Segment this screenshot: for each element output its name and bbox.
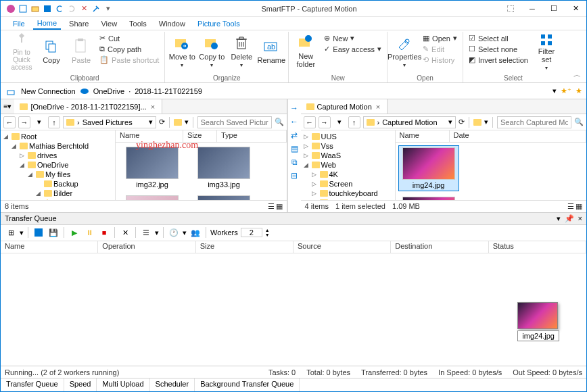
cut-button[interactable]: ✂Cut [97, 33, 162, 43]
btab-speed[interactable]: Speed [64, 378, 97, 391]
copy-path-button[interactable]: ⧉Copy path [97, 44, 162, 54]
col-type[interactable]: Type [217, 130, 287, 142]
filter-set-button[interactable]: Filter set ▾ [532, 32, 561, 71]
left-thumbs[interactable]: img32.jpgimg33.jpgimg34.jpgimg35.jpgimg2… [116, 143, 287, 200]
address-path[interactable]: 2018-11-21T022159 [135, 87, 202, 95]
tree-toggle-icon[interactable]: ▷ [304, 152, 310, 159]
new-connection-label[interactable]: New Connection [21, 87, 76, 95]
nav-history-icon[interactable]: ▾ [333, 116, 346, 128]
panel-pin-icon[interactable]: 📌 [565, 214, 574, 223]
nav-back-btn[interactable]: ← [3, 116, 16, 128]
tq-save-icon[interactable]: 💾 [47, 226, 60, 239]
nav-forward-btn[interactable]: → [319, 116, 331, 128]
view-list-icon[interactable]: ☰ [567, 202, 574, 211]
tcol-name[interactable]: Name [1, 241, 98, 253]
tcol-destination[interactable]: Destination [391, 241, 488, 253]
delete-button[interactable]: Delete ▾ [227, 32, 256, 71]
sync-icon[interactable]: ⇄ [291, 130, 298, 140]
qat-open-icon[interactable] [30, 4, 40, 14]
tree-toggle-icon[interactable]: ◢ [304, 162, 310, 168]
easy-access-button[interactable]: ✓Easy access▾ [321, 44, 384, 54]
tree-item[interactable]: ◢Mathias Berchtold [2, 141, 114, 151]
transfer-left-icon[interactable]: ← [290, 117, 298, 126]
qat-delete-icon[interactable]: ✕ [79, 4, 89, 14]
view-thumb-icon[interactable]: ▦ [576, 202, 582, 211]
tree-item[interactable]: ◢Bilder [2, 189, 114, 198]
tree-toggle-icon[interactable]: ◢ [36, 190, 43, 197]
minimize-btn[interactable]: ─ [521, 1, 543, 17]
menu-view[interactable]: View [97, 18, 121, 29]
right-thumbs[interactable]: img24.jpg [396, 143, 587, 200]
tcol-operation[interactable]: Operation [98, 241, 195, 253]
nav-history-icon[interactable]: ▾ [33, 116, 45, 128]
nav-up-btn[interactable]: ↑ [348, 116, 360, 128]
tq-play-icon[interactable]: ▶ [68, 226, 80, 239]
transfer-body[interactable] [1, 253, 586, 366]
tab-close-icon[interactable]: × [375, 103, 381, 111]
tq-remove-icon[interactable]: ✕ [119, 226, 131, 239]
tq-schedule-icon[interactable]: 🕐 [168, 226, 180, 239]
thumbnail[interactable]: img33.jpg [190, 145, 258, 190]
search-icon[interactable]: 🔍 [574, 118, 584, 126]
left-tree[interactable]: ◢Root◢Mathias Berchtold▷drives◢OneDrive◢… [1, 130, 116, 200]
favorite-add-icon[interactable]: ★⁺ [561, 87, 571, 95]
view-list-icon[interactable]: ☰ [268, 202, 275, 211]
btab-transfer-queue[interactable]: Transfer Queue [1, 378, 64, 391]
tcol-size[interactable]: Size [196, 241, 294, 253]
folder-icon[interactable] [473, 119, 482, 126]
select-none-button[interactable]: ☐Select none [466, 44, 531, 54]
thumbnail[interactable]: img32.jpg [118, 145, 186, 190]
select-all-button[interactable]: ☑Select all [466, 33, 531, 43]
tree-item[interactable]: ▷4K [302, 170, 394, 179]
refresh-icon[interactable]: ⟳ [159, 118, 165, 126]
search-input[interactable] [201, 118, 268, 126]
edit-button[interactable]: ✎Edit [420, 44, 460, 54]
ribbon-collapse-icon[interactable]: ︿ [573, 70, 581, 80]
chevron-down-icon[interactable]: ▾ [484, 118, 488, 126]
transfer-right-icon[interactable]: → [290, 103, 298, 113]
qat-undo-icon[interactable] [55, 4, 64, 14]
tree-item[interactable]: ▷drives [2, 151, 114, 160]
tree-item[interactable]: ▷touchkeyboard [302, 189, 394, 198]
tree-item[interactable]: Backup [2, 179, 114, 189]
copy-to-button[interactable]: Copy to ▾ [197, 32, 226, 71]
nav-back-btn[interactable]: ← [304, 116, 316, 128]
paste-shortcut-button[interactable]: 📋Paste shortcut [97, 55, 162, 65]
menu-window[interactable]: Window [155, 18, 189, 29]
tree-toggle-icon[interactable]: ◢ [11, 143, 18, 149]
chevron-down-icon[interactable]: ▾ [20, 228, 24, 237]
right-tree[interactable]: ▷UUS▷Vss▷WaaS◢Web▷4K▷Screen▷touchkeyboar… [301, 130, 396, 200]
tree-toggle-icon[interactable]: ◢ [20, 162, 26, 168]
workers-spinner-icon[interactable]: ▲▼ [265, 228, 270, 237]
search-icon[interactable]: 🔍 [275, 118, 284, 126]
refresh-icon[interactable]: ⟳ [459, 118, 465, 126]
tree-item[interactable]: ▷Vss [302, 141, 394, 151]
tree-item[interactable]: ▷WaaS [302, 151, 394, 160]
col-name[interactable]: Name [396, 130, 450, 142]
tree-item[interactable]: ◢OneDrive [2, 160, 114, 170]
tree-toggle-icon[interactable]: ▷ [312, 190, 319, 197]
tree-toggle-icon[interactable]: ▷ [304, 133, 310, 140]
tab-menu-icon[interactable]: ≡▾ [1, 102, 14, 111]
move-to-button[interactable]: Move to ▾ [168, 32, 196, 71]
tree-toggle-icon[interactable]: ▷ [312, 180, 319, 187]
right-tab[interactable]: Captured Motion × [301, 99, 388, 114]
chevron-down-icon[interactable]: ▾ [185, 118, 189, 126]
queue-icon[interactable]: ▤ [291, 144, 298, 153]
path-box[interactable]: › Saved Pictures ▾ [63, 116, 156, 128]
tq-open-icon[interactable]: ⊞ [5, 226, 17, 239]
menu-share[interactable]: Share [65, 18, 93, 29]
menu-file[interactable]: File [9, 18, 29, 29]
open-button[interactable]: ▦Open▾ [420, 33, 460, 43]
menu-home[interactable]: Home [33, 18, 61, 30]
tree-item[interactable]: ◢Root [2, 132, 114, 141]
tree-toggle-icon[interactable]: ▷ [312, 171, 319, 178]
tcol-source[interactable]: Source [294, 241, 391, 253]
properties-button[interactable]: Properties ▾ [390, 32, 419, 71]
tree-toggle-icon[interactable]: ◢ [28, 171, 34, 178]
qat-tools-icon[interactable] [91, 4, 101, 14]
fullscreen-btn[interactable] [500, 1, 521, 17]
tree-toggle-icon[interactable]: ▷ [20, 152, 26, 159]
tree-toggle-icon[interactable]: ◢ [3, 133, 10, 140]
nav-up-btn[interactable]: ↑ [48, 116, 60, 128]
